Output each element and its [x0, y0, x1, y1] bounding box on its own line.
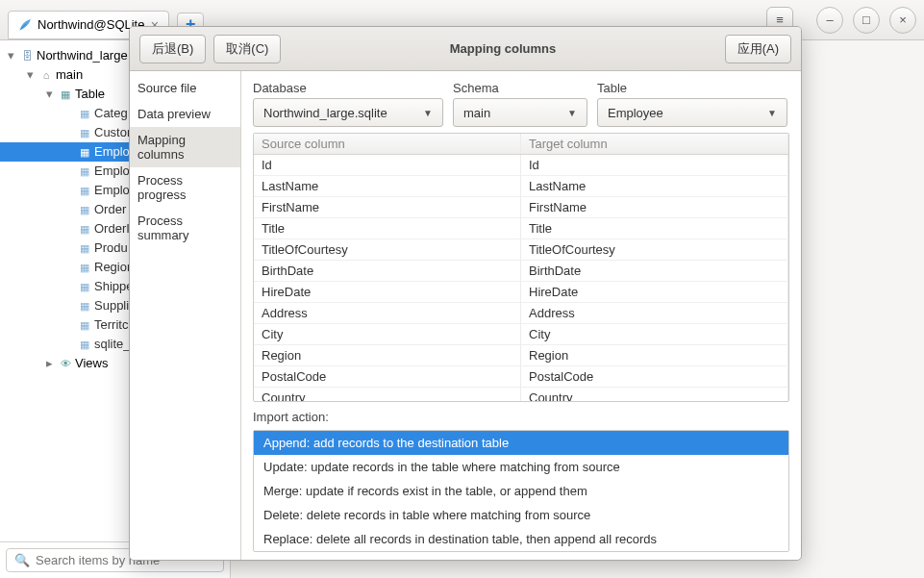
- database-combo[interactable]: Northwind_large.sqlite▼: [253, 98, 443, 127]
- wizard-step-list: Source fileData previewMapping columnsPr…: [130, 71, 241, 560]
- import-action-option[interactable]: Replace: delete all records in destinati…: [254, 527, 788, 551]
- wizard-step[interactable]: Process summary: [130, 208, 240, 248]
- chevron-down-icon: ▼: [567, 108, 577, 118]
- mapping-row[interactable]: TitleOfCourtesyTitleOfCourtesy: [254, 239, 788, 261]
- import-action-option[interactable]: Delete: delete records in table where ma…: [254, 503, 788, 527]
- mapping-row[interactable]: FirstNameFirstName: [254, 197, 788, 218]
- search-icon: 🔍: [14, 553, 30, 567]
- chevron-down-icon: ▼: [767, 108, 777, 118]
- mapping-row[interactable]: LastNameLastName: [254, 176, 788, 197]
- import-wizard-dialog: 后退(B) 取消(C) Mapping columns 应用(A) Source…: [129, 26, 802, 561]
- mapping-row[interactable]: BirthDateBirthDate: [254, 261, 788, 282]
- feather-icon: [18, 18, 32, 32]
- import-action-option[interactable]: Merge: update if records exist in the ta…: [254, 479, 788, 503]
- cancel-button[interactable]: 取消(C): [213, 35, 281, 63]
- back-button[interactable]: 后退(B): [139, 35, 206, 63]
- table-combo[interactable]: Employee▼: [597, 98, 787, 127]
- mapping-row[interactable]: TitleTitle: [254, 218, 788, 239]
- table-label: Table: [597, 81, 787, 95]
- import-action-option[interactable]: Update: update records in the table wher…: [254, 455, 788, 479]
- window-minimize-button[interactable]: –: [816, 7, 843, 34]
- schema-label: Schema: [453, 81, 587, 95]
- mapping-row[interactable]: PostalCodePostalCode: [254, 366, 788, 388]
- window-close-button[interactable]: ×: [889, 7, 916, 34]
- wizard-step[interactable]: Data preview: [130, 101, 240, 127]
- database-label: Database: [253, 81, 443, 95]
- mapping-row[interactable]: AddressAddress: [254, 303, 788, 324]
- import-action-label: Import action:: [253, 410, 789, 424]
- mapping-row[interactable]: CountryCountry: [254, 388, 788, 402]
- wizard-step[interactable]: Source file: [130, 75, 240, 101]
- import-action-list[interactable]: Append: add records to the destination t…: [253, 430, 789, 552]
- wizard-step[interactable]: Mapping columns: [130, 127, 240, 167]
- import-action-option[interactable]: Append: add records to the destination t…: [254, 431, 788, 455]
- chevron-down-icon: ▼: [423, 108, 433, 118]
- mapping-row[interactable]: CityCity: [254, 324, 788, 345]
- apply-button[interactable]: 应用(A): [725, 35, 791, 63]
- mapping-row[interactable]: RegionRegion: [254, 345, 788, 366]
- column-mapping-grid[interactable]: Source column Target column IdIdLastName…: [253, 133, 789, 402]
- dialog-titlebar: 后退(B) 取消(C) Mapping columns 应用(A): [130, 27, 801, 71]
- dialog-title: Mapping columns: [288, 41, 716, 56]
- editor-area: 后退(B) 取消(C) Mapping columns 应用(A) Source…: [231, 40, 924, 578]
- mapping-row[interactable]: HireDateHireDate: [254, 282, 788, 303]
- window-maximize-button[interactable]: □: [853, 7, 880, 34]
- schema-combo[interactable]: main▼: [453, 98, 587, 127]
- grid-header-source: Source column: [254, 134, 521, 154]
- grid-header-target: Target column: [521, 134, 788, 154]
- mapping-row[interactable]: IdId: [254, 155, 788, 176]
- wizard-step[interactable]: Process progress: [130, 167, 240, 208]
